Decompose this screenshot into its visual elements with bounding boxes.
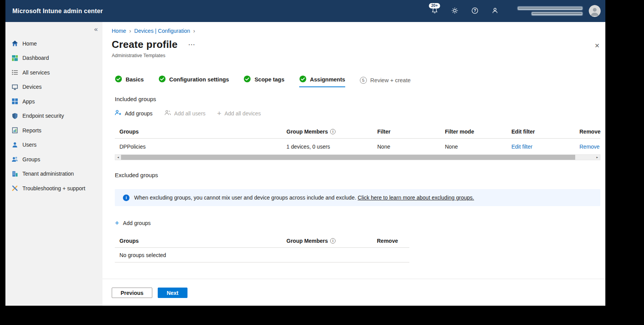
included-groups-heading: Included groups <box>115 96 600 102</box>
add-groups-button[interactable]: Add groups <box>115 110 153 117</box>
step-label: Assignments <box>310 76 345 83</box>
chevron-right-icon: › <box>129 27 131 34</box>
sidebar-item-apps[interactable]: Apps <box>5 94 102 109</box>
sidebar-item-all-services[interactable]: All services <box>5 65 102 80</box>
add-all-devices-button[interactable]: + Add all devices <box>217 110 261 117</box>
help-button[interactable]: ? <box>466 3 484 20</box>
sidebar-item-dashboard[interactable]: Dashboard <box>5 51 102 66</box>
next-button[interactable]: Next <box>158 288 187 298</box>
settings-button[interactable] <box>446 3 463 20</box>
step-review-create[interactable]: 5 Review + create <box>360 77 411 87</box>
step-configuration-settings[interactable]: Configuration settings <box>158 75 229 87</box>
step-scope-tags[interactable]: Scope tags <box>244 75 284 87</box>
notifications-button[interactable]: 20+ <box>426 3 443 20</box>
crossed-tools-icon <box>11 185 18 192</box>
sidebar-item-label: Devices <box>22 84 42 90</box>
sidebar-item-groups[interactable]: Groups <box>5 152 102 167</box>
column-header-filter: Filter <box>373 129 440 135</box>
info-icon[interactable]: i <box>330 238 336 244</box>
info-icon[interactable]: i <box>330 129 336 134</box>
horizontal-scrollbar[interactable]: ◄ ► <box>115 154 600 160</box>
chevron-right-icon: › <box>193 27 195 34</box>
check-circle-icon <box>244 75 251 84</box>
plus-icon: + <box>115 220 119 226</box>
person-gray-icon <box>164 110 171 117</box>
sidebar-item-reports[interactable]: Reports <box>5 123 102 138</box>
sidebar-collapse-icon[interactable]: « <box>94 26 98 32</box>
sidebar-item-home[interactable]: Home <box>5 36 102 51</box>
sidebar-item-tenant-administration[interactable]: Tenant administration <box>5 167 102 181</box>
app-window: Microsoft Intune admin center 20+ ? <box>5 0 605 306</box>
excluded-groups-table: Groups Group Members i Remove No groups … <box>115 234 409 262</box>
learn-more-link[interactable]: Click here to learn more about excluding… <box>358 195 474 201</box>
check-circle-icon <box>115 75 122 84</box>
column-header-remove: Remove <box>372 238 409 244</box>
check-circle-icon <box>158 75 166 84</box>
remove-link[interactable]: Remove <box>579 144 600 150</box>
apps-grid-icon <box>11 98 18 105</box>
sidebar-item-label: Apps <box>22 98 35 105</box>
tool-label: Add groups <box>125 110 153 117</box>
building-icon <box>11 170 18 177</box>
feedback-button[interactable] <box>486 3 504 20</box>
info-banner-text: When excluding groups, you cannot mix us… <box>134 195 474 201</box>
included-toolbar: Add groups Add all users + Add all devic… <box>115 110 600 117</box>
sidebar-item-label: Home <box>22 41 37 47</box>
app-title[interactable]: Microsoft Intune admin center <box>12 8 103 15</box>
wizard-steps: Basics Configuration settings Scope tags… <box>115 75 600 87</box>
step-label: Basics <box>126 76 144 83</box>
excluded-groups-heading: Excluded groups <box>115 172 600 178</box>
top-bar: Microsoft Intune admin center 20+ ? <box>5 0 605 22</box>
sidebar-item-label: Endpoint security <box>22 113 64 119</box>
scroll-right-icon[interactable]: ► <box>594 155 600 160</box>
sidebar-item-users[interactable]: Users <box>5 138 102 152</box>
scroll-left-icon[interactable]: ◄ <box>115 155 121 160</box>
info-icon: i <box>123 195 129 201</box>
column-header-filter-mode: Filter mode <box>440 129 507 135</box>
sidebar-item-troubleshooting[interactable]: Troubleshooting + support <box>5 181 102 196</box>
step-number-icon: 5 <box>360 77 367 84</box>
sidebar-item-label: Troubleshooting + support <box>22 185 85 191</box>
add-all-users-button[interactable]: Add all users <box>164 110 206 117</box>
report-chart-icon <box>11 127 18 134</box>
close-icon[interactable]: ✕ <box>595 42 600 49</box>
column-header-edit-filter: Edit filter <box>507 129 575 135</box>
person-icon <box>11 141 18 148</box>
info-banner: i When excluding groups, you cannot mix … <box>115 189 600 206</box>
feedback-person-icon <box>491 7 499 15</box>
avatar[interactable] <box>589 5 601 17</box>
sidebar-item-label: Groups <box>22 156 40 162</box>
column-header-groups: Groups <box>115 238 282 244</box>
notification-badge: 20+ <box>429 3 440 8</box>
sidebar-item-devices[interactable]: Devices <box>5 80 102 95</box>
sidebar-item-endpoint-security[interactable]: Endpoint security <box>5 109 102 124</box>
step-assignments[interactable]: Assignments <box>299 75 345 87</box>
included-groups-table: Groups Group Members i Filter Filter mod… <box>115 125 600 160</box>
account-name-redacted <box>518 7 583 10</box>
group-name-cell: DPPolicies <box>115 144 282 150</box>
table-row: DPPolicies 1 devices, 0 users None None … <box>115 139 600 154</box>
help-icon: ? <box>471 7 479 15</box>
wizard-footer: Previous Next <box>102 279 605 306</box>
home-icon <box>11 40 18 47</box>
step-label: Review + create <box>370 77 411 83</box>
monitor-icon <box>11 83 18 90</box>
column-header-groups: Groups <box>115 129 282 135</box>
filter-cell: None <box>373 144 440 150</box>
column-header-group-members: Group Members i <box>282 238 372 244</box>
more-menu-icon[interactable]: ··· <box>188 41 195 48</box>
step-label: Configuration settings <box>169 76 229 83</box>
add-person-icon <box>115 110 122 117</box>
breadcrumb-home[interactable]: Home <box>112 28 126 34</box>
excluded-add-groups-button[interactable]: + Add groups <box>115 220 600 226</box>
sidebar-item-label: Users <box>22 142 37 148</box>
edit-filter-link[interactable]: Edit filter <box>511 144 532 150</box>
breadcrumb-devices-configuration[interactable]: Devices | Configuration <box>134 28 190 34</box>
step-basics[interactable]: Basics <box>115 75 144 87</box>
top-bar-actions: 20+ ? <box>426 3 601 20</box>
column-header-group-members: Group Members i <box>282 129 373 135</box>
scrollbar-thumb[interactable] <box>121 155 575 160</box>
account-redacted[interactable] <box>513 7 583 15</box>
previous-button[interactable]: Previous <box>112 288 152 298</box>
dashboard-icon <box>11 54 18 61</box>
